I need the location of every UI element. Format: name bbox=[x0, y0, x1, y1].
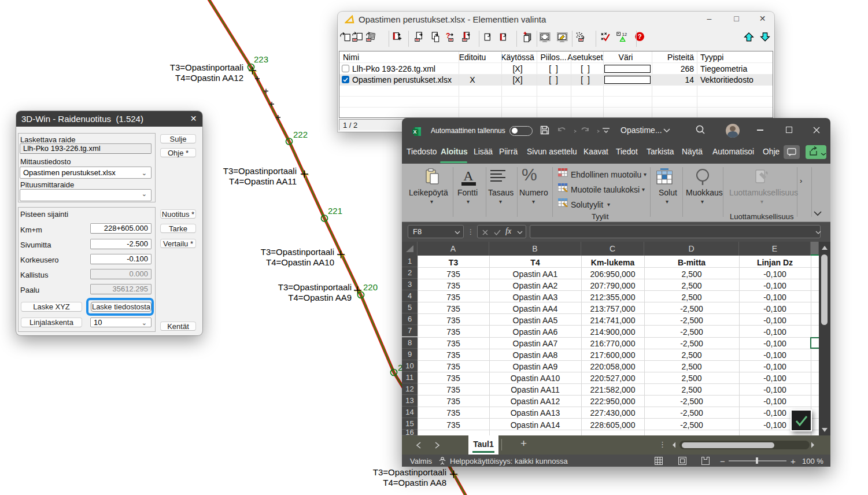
svg-text:X: X bbox=[413, 129, 416, 135]
svg-text:12: 12 bbox=[622, 32, 627, 37]
svg-text:A: A bbox=[463, 169, 474, 183]
svg-text:?: ? bbox=[638, 33, 642, 40]
